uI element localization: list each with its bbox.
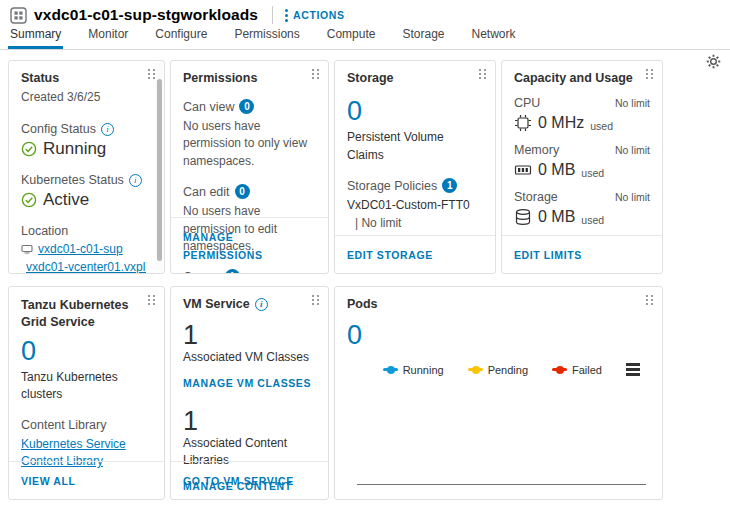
can-view-desc: No users have permission to only view na…: [183, 118, 316, 170]
card-title: Capacity and Usage: [514, 71, 650, 85]
tab-monitor[interactable]: Monitor: [86, 27, 130, 49]
can-edit-count-badge: 0: [235, 184, 250, 199]
card-footer: EDIT STORAGE: [335, 235, 495, 273]
card-title: Status: [21, 71, 146, 85]
memory-icon: [514, 161, 532, 179]
storage-label: Storage: [514, 190, 558, 204]
info-icon[interactable]: i: [101, 123, 114, 136]
memory-usage-row: Memory No limit 0 MB used: [514, 143, 650, 179]
tab-permissions[interactable]: Permissions: [232, 27, 301, 49]
permissions-card: Permissions Can view 0 No users have per…: [170, 60, 329, 274]
memory-label: Memory: [514, 143, 559, 157]
chart-menu-icon[interactable]: [626, 363, 640, 376]
edit-limits-link[interactable]: EDIT LIMITS: [514, 249, 582, 261]
tab-network[interactable]: Network: [469, 27, 517, 49]
pending-marker-icon: [468, 368, 483, 371]
vm-classes-label: Associated VM Classes: [183, 349, 316, 366]
config-status-label: Config Status i: [21, 122, 146, 136]
info-icon[interactable]: i: [129, 174, 142, 187]
storage-limit: No limit: [615, 191, 650, 203]
storage-policies-label: Storage Policies 1: [347, 178, 483, 193]
legend-failed[interactable]: Failed: [552, 364, 602, 376]
pods-chart-axis: [357, 484, 646, 485]
drag-handle-icon[interactable]: [646, 69, 654, 79]
tab-summary[interactable]: Summary: [8, 27, 63, 49]
content-library-label: Content Library: [21, 418, 152, 432]
cluster-icon: [21, 243, 33, 255]
go-to-vm-service-link[interactable]: GO TO VM SERVICE: [183, 475, 294, 487]
drag-handle-icon[interactable]: [148, 295, 156, 305]
drag-handle-icon[interactable]: [479, 69, 487, 79]
config-status-value: Running: [21, 139, 146, 159]
card-title: VM Service i: [183, 297, 316, 311]
disk-icon: [514, 208, 532, 226]
status-card-scrollbar[interactable]: [155, 63, 163, 271]
storage-used-value: 0 MB: [538, 208, 575, 226]
location-label: Location: [21, 224, 146, 238]
created-date: Created 3/6/25: [21, 89, 146, 106]
storage-used-suffix: used: [581, 214, 604, 226]
tkg-cluster-count: 0: [21, 337, 152, 365]
cpu-label: CPU: [514, 96, 540, 110]
success-check-icon: [21, 192, 37, 208]
drag-handle-icon[interactable]: [312, 69, 320, 79]
scrollbar-thumb[interactable]: [157, 79, 162, 261]
failed-marker-icon: [552, 368, 567, 371]
storage-card: Storage 0 Persistent Volume Claims Stora…: [334, 60, 496, 274]
success-check-icon: [21, 141, 37, 157]
card-footer: GO TO VM SERVICE: [171, 461, 328, 499]
card-title: Permissions: [183, 71, 316, 85]
running-marker-icon: [383, 368, 398, 371]
edit-storage-link[interactable]: EDIT STORAGE: [347, 249, 433, 261]
pods-chart-legend: Running Pending Failed: [347, 363, 650, 376]
legend-running[interactable]: Running: [383, 364, 444, 376]
capacity-usage-card: Capacity and Usage CPU No limit: [501, 60, 663, 274]
memory-used-suffix: used: [581, 167, 604, 179]
can-view-label: Can view 0: [183, 99, 316, 114]
drag-handle-icon[interactable]: [312, 295, 320, 305]
actions-button[interactable]: ACTIONS: [285, 9, 344, 22]
cluster-link[interactable]: vxdc01-c01-sup: [38, 242, 123, 256]
kubernetes-status-value: Active: [21, 190, 146, 210]
pods-card: Pods 0 Running Pending Failed: [334, 286, 663, 500]
kebab-icon: [285, 9, 288, 22]
pods-count: 0: [347, 321, 650, 349]
manage-vm-classes-link[interactable]: MANAGE VM CLASSES: [183, 377, 311, 389]
view-all-link[interactable]: VIEW ALL: [21, 475, 76, 487]
legend-pending[interactable]: Pending: [468, 364, 528, 376]
drag-handle-icon[interactable]: [646, 295, 654, 305]
policies-count-badge: 1: [442, 178, 457, 193]
summary-content: Status Created 3/6/25 Config Status i Ru…: [0, 50, 730, 500]
content-libraries-count: 1: [183, 407, 316, 435]
vcenter-link-row: vxdc01-vcenter01.vxplanet...: [21, 260, 146, 274]
card-title: Pods: [347, 297, 650, 311]
cpu-limit: No limit: [615, 97, 650, 109]
object-header: vxdc01-c01-sup-stgworkloads ACTIONS: [0, 0, 730, 30]
can-view-count-badge: 0: [239, 99, 254, 114]
tab-bar: Summary Monitor Configure Permissions Co…: [0, 30, 730, 50]
vm-classes-count: 1: [183, 321, 316, 349]
memory-used-value: 0 MB: [538, 161, 575, 179]
card-footer: EDIT LIMITS: [502, 235, 662, 273]
card-footer: MANAGE PERMISSIONS: [171, 217, 328, 273]
page-title: vxdc01-c01-sup-stgworkloads: [34, 6, 258, 24]
actions-label: ACTIONS: [293, 9, 344, 21]
memory-limit: No limit: [615, 144, 650, 156]
manage-permissions-link[interactable]: MANAGE PERMISSIONS: [183, 231, 263, 261]
tab-storage[interactable]: Storage: [400, 27, 446, 49]
namespace-icon: [10, 7, 27, 24]
gear-icon[interactable]: [706, 54, 721, 69]
can-edit-label: Can edit 0: [183, 184, 316, 199]
pvc-count: 0: [347, 97, 483, 125]
vcenter-link[interactable]: vxdc01-vcenter01.vxplanet...: [26, 260, 146, 274]
tab-configure[interactable]: Configure: [153, 27, 209, 49]
pvc-label: Persistent Volume Claims: [347, 129, 483, 164]
info-icon[interactable]: i: [255, 298, 268, 311]
vm-service-card: VM Service i 1 Associated VM Classes MAN…: [170, 286, 329, 500]
status-card: Status Created 3/6/25 Config Status i Ru…: [8, 60, 165, 274]
policy-name: VxDC01-Custom-FTT0: [347, 198, 470, 212]
cpu-usage-row: CPU No limit 0 MHz used: [514, 96, 650, 132]
tab-compute[interactable]: Compute: [325, 27, 378, 49]
tanzu-card: Tanzu Kubernetes Grid Service 0 Tanzu Ku…: [8, 286, 165, 500]
cpu-icon: [514, 114, 532, 132]
